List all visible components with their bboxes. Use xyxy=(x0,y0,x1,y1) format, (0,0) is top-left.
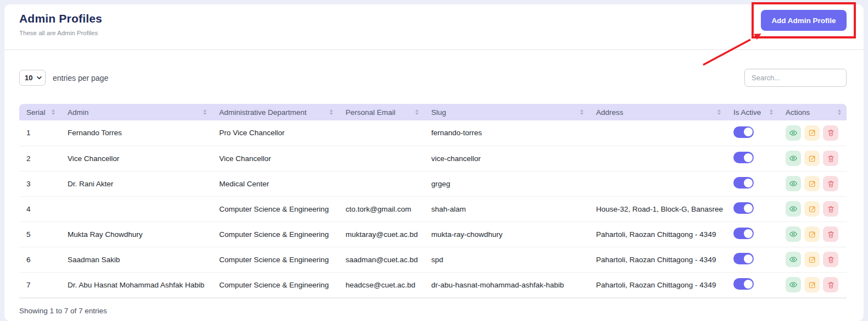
cell-admin: Saadman Sakib xyxy=(60,247,212,272)
showing-entries-text: Showing 1 to 7 of 7 entries xyxy=(19,307,107,315)
cell-department: Medical Center xyxy=(212,171,338,196)
column-header-department[interactable]: Administrative Department xyxy=(212,104,338,120)
cell-department: Computer Science & Engineering xyxy=(212,247,338,272)
cell-actions xyxy=(778,222,847,247)
view-button[interactable] xyxy=(786,125,801,141)
cell-email: cto.tork@gmail.com xyxy=(338,196,424,222)
delete-button[interactable] xyxy=(823,226,838,242)
table-row: 1 Fernando Torres Pro Vice Chancellor fe… xyxy=(19,120,847,146)
cell-slug: vice-chancellor xyxy=(424,146,589,171)
is-active-toggle[interactable] xyxy=(733,278,754,290)
is-active-toggle[interactable] xyxy=(733,126,754,138)
cell-slug: mukta-ray-chowdhury xyxy=(424,222,589,247)
edit-button[interactable] xyxy=(804,277,820,292)
column-header-is-active[interactable]: Is Active xyxy=(726,104,778,120)
edit-button[interactable] xyxy=(804,125,820,141)
cell-slug: spd xyxy=(424,247,589,272)
table-wrap: Serial Admin Administrative Department P… xyxy=(4,104,864,298)
view-button[interactable] xyxy=(786,151,801,166)
cell-email: muktaray@cuet.ac.bd xyxy=(338,222,424,247)
cell-email xyxy=(338,171,424,196)
view-button[interactable] xyxy=(786,201,801,217)
view-button[interactable] xyxy=(786,277,801,292)
add-admin-profile-button[interactable]: Add Admin Profile xyxy=(761,10,847,31)
is-active-toggle[interactable] xyxy=(733,253,754,264)
column-header-address[interactable]: Address xyxy=(589,104,726,120)
cell-email: headcse@cuet.ac.bd xyxy=(338,272,424,297)
edit-icon xyxy=(808,129,816,137)
cell-address xyxy=(589,146,726,171)
cell-department: Vice Chancellor xyxy=(212,146,338,171)
edit-button[interactable] xyxy=(804,252,820,267)
edit-button[interactable] xyxy=(804,151,820,166)
trash-icon xyxy=(827,180,835,188)
trash-icon xyxy=(827,230,835,239)
cell-is-active xyxy=(726,196,778,222)
table-header: Serial Admin Administrative Department P… xyxy=(19,104,847,120)
cell-actions xyxy=(778,272,847,297)
toggle-knob xyxy=(744,254,753,263)
column-header-admin[interactable]: Admin xyxy=(60,104,212,120)
trash-icon xyxy=(827,256,835,264)
cell-address xyxy=(589,171,726,196)
edit-icon xyxy=(808,230,816,239)
table-row: 2 Vice Chancellor Vice Chancellor vice-c… xyxy=(19,146,847,171)
edit-button[interactable] xyxy=(804,226,820,242)
delete-button[interactable] xyxy=(823,201,838,217)
eye-icon xyxy=(789,204,798,213)
column-header-email[interactable]: Personal Email xyxy=(338,104,424,120)
cell-is-active xyxy=(726,146,778,171)
cell-department: Computer Science & Engineering xyxy=(212,222,338,247)
sort-icon xyxy=(415,109,419,115)
delete-button[interactable] xyxy=(823,277,838,292)
delete-button[interactable] xyxy=(823,151,838,166)
is-active-toggle[interactable] xyxy=(733,202,754,214)
cell-serial: 2 xyxy=(19,146,60,171)
cell-serial: 3 xyxy=(19,171,60,196)
column-header-slug[interactable]: Slug xyxy=(424,104,589,120)
cell-actions xyxy=(778,196,847,222)
admin-profiles-table: Serial Admin Administrative Department P… xyxy=(19,104,847,298)
entries-select[interactable]: 10 xyxy=(19,70,46,86)
edit-button[interactable] xyxy=(804,201,820,217)
cell-serial: 5 xyxy=(19,222,60,247)
delete-button[interactable] xyxy=(823,125,838,141)
trash-icon xyxy=(827,154,835,163)
cell-address: House-32, Road-1, Block-G, Banasree xyxy=(589,196,726,222)
view-button[interactable] xyxy=(786,226,801,242)
table-row: 7 Dr. Abu Hasnat Mohammad Ashfak Habib C… xyxy=(19,272,847,297)
cell-admin: Fernando Torres xyxy=(60,120,212,146)
cell-actions xyxy=(778,120,847,146)
eye-icon xyxy=(789,230,798,239)
edit-icon xyxy=(808,205,816,213)
column-header-serial[interactable]: Serial xyxy=(19,104,60,120)
cell-admin xyxy=(60,196,212,222)
delete-button[interactable] xyxy=(823,252,838,267)
is-active-toggle[interactable] xyxy=(733,152,754,163)
eye-icon xyxy=(789,255,798,264)
cell-address: Pahartoli, Raozan Chittagong - 4349 xyxy=(589,222,726,247)
cell-slug: shah-alam xyxy=(424,196,589,222)
cell-address: Pahartoli, Raozan Chittagong - 4349 xyxy=(589,247,726,272)
cell-department: Computer Science & Engineering xyxy=(212,272,338,297)
edit-icon xyxy=(808,256,816,264)
delete-button[interactable] xyxy=(823,176,838,191)
cell-serial: 4 xyxy=(19,196,60,222)
cell-serial: 7 xyxy=(19,272,60,297)
search-input[interactable] xyxy=(744,69,847,87)
entries-per-page-group: 10 entries per page xyxy=(19,70,108,86)
view-button[interactable] xyxy=(786,252,801,267)
sort-icon xyxy=(717,109,721,115)
cell-serial: 1 xyxy=(19,120,60,146)
is-active-toggle[interactable] xyxy=(733,228,754,239)
edit-button[interactable] xyxy=(804,176,820,191)
annotation-highlight-box: Add Admin Profile xyxy=(752,2,856,38)
view-button[interactable] xyxy=(786,176,801,191)
table-footer: Showing 1 to 7 of 7 entries xyxy=(19,298,847,316)
cell-is-active xyxy=(726,222,778,247)
trash-icon xyxy=(827,281,835,289)
cell-admin: Dr. Abu Hasnat Mohammad Ashfak Habib xyxy=(60,272,212,297)
annotation-arrow xyxy=(691,29,763,70)
is-active-toggle[interactable] xyxy=(733,177,754,189)
column-header-actions[interactable]: Actions xyxy=(778,104,847,120)
